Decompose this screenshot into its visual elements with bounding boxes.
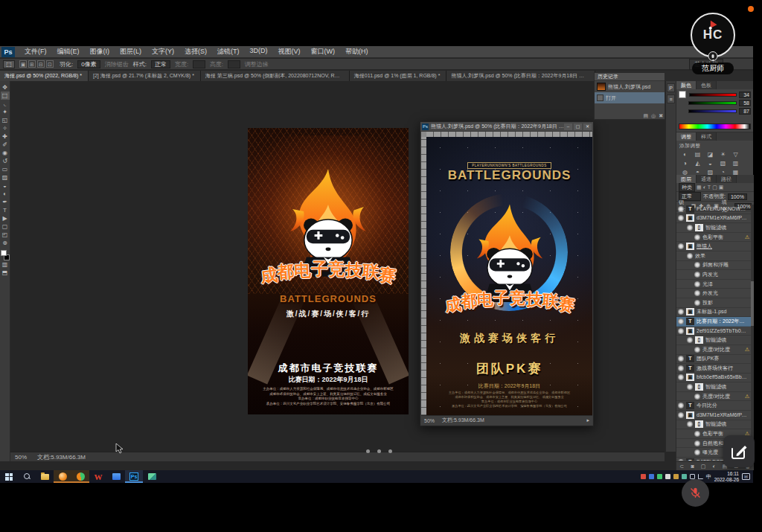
tool-button[interactable]: ◱	[1, 116, 10, 124]
layer-thumbnail[interactable]: T	[686, 365, 694, 372]
refine-edge-button[interactable]: 调整边缘	[245, 60, 269, 68]
layer-name[interactable]: 熊猫人	[697, 243, 747, 250]
layer-name[interactable]: 亮度/对比度	[702, 393, 743, 400]
layer-filter-icon[interactable]: ▦	[697, 185, 702, 190]
tool-button[interactable]: ◉	[1, 149, 10, 157]
scroll-arrow-icon[interactable]: ▸	[586, 417, 589, 423]
tool-button[interactable]: ⬚	[1, 92, 10, 100]
zoom-level[interactable]: 50%	[15, 454, 27, 461]
tool-button[interactable]: ↺	[1, 157, 10, 165]
visibility-toggle[interactable]	[687, 384, 693, 390]
layer-row[interactable]: ▯ 智能滤镜	[676, 382, 751, 392]
visibility-toggle[interactable]	[687, 225, 693, 231]
layer-name[interactable]: 内发光	[702, 271, 747, 278]
red-slider[interactable]	[689, 93, 737, 97]
layer-row[interactable]: T 比赛日期：2022年9月18日 主…	[676, 317, 751, 327]
layer-name[interactable]: 智能滤镜	[705, 383, 747, 391]
layer-row[interactable]: ▯ 智能滤镜	[676, 420, 751, 430]
layer-row[interactable]: 效果	[676, 251, 751, 261]
history-step-row[interactable]: 打开	[595, 92, 665, 103]
adjustment-icon[interactable]: ◒	[704, 159, 717, 168]
layer-name[interactable]: 比赛日期：2022年9月18日 主…	[697, 318, 747, 325]
layer-filter-icon[interactable]: T	[708, 185, 711, 190]
document-tab[interactable]: 熊猫人.刘梦琪.psd @ 50% (比赛日期：2022年9月18日 主办单位……	[446, 71, 595, 81]
layer-row[interactable]: 光泽	[676, 280, 751, 289]
channel-blue[interactable]: 87	[676, 106, 753, 115]
tool-button[interactable]: ▢	[1, 222, 10, 231]
wps-icon[interactable]: W	[89, 470, 107, 483]
panel-tab[interactable]: 色板	[697, 81, 717, 89]
recorder-app-icon[interactable]	[54, 470, 71, 483]
blue-slider[interactable]	[688, 109, 737, 113]
poster-right-document[interactable]: PLAYERUNKNOWN'S BATTLEGROUNDS BATTLEGROU…	[426, 137, 592, 415]
green-slider[interactable]	[688, 101, 737, 105]
tool-button[interactable]: ✧	[1, 124, 10, 132]
channel-red[interactable]: 34	[676, 89, 753, 98]
visibility-toggle[interactable]	[678, 365, 684, 371]
menu-item[interactable]: 图像(I)	[85, 47, 115, 57]
layer-name[interactable]: 效果	[695, 252, 747, 260]
layer-thumbnail[interactable]: T	[686, 205, 694, 213]
layer-row[interactable]: ▣ 熊猫人	[676, 242, 751, 251]
visibility-toggle[interactable]	[694, 431, 700, 437]
visibility-toggle[interactable]	[678, 206, 684, 212]
visibility-toggle[interactable]	[694, 449, 700, 455]
layer-thumbnail[interactable]: T	[686, 458, 694, 461]
style-select[interactable]: 正常	[151, 60, 170, 68]
adjustment-icon[interactable]: ▧	[717, 159, 729, 168]
antialias-checkbox[interactable]: 消除锯齿	[105, 60, 129, 68]
layer-thumbnail[interactable]: T	[686, 355, 694, 362]
layer-name[interactable]: 外发光	[702, 289, 747, 297]
layer-name[interactable]: 未标题-1.psd	[697, 308, 747, 315]
layer-row[interactable]: ▣ 未标题-1.psd	[676, 308, 751, 318]
layer-filter-icon[interactable]: ▢	[712, 185, 717, 190]
menu-item[interactable]: 视图(V)	[273, 47, 306, 57]
tool-button[interactable]: ✐	[1, 141, 10, 149]
layer-row[interactable]: T 今日比分	[676, 401, 751, 411]
menu-item[interactable]: 图层(L)	[115, 47, 147, 57]
history-panel-tab[interactable]: 历史记录	[595, 73, 665, 81]
tool-button[interactable]: ◒	[1, 182, 10, 190]
meeting-app-icon[interactable]	[71, 470, 89, 483]
layers-footer-icon[interactable]: ◙	[691, 464, 694, 469]
panel-tab[interactable]: 通道	[697, 175, 717, 183]
panel-tab[interactable]: 路径	[717, 175, 737, 183]
file-explorer-icon[interactable]	[36, 470, 54, 483]
layer-thumbnail[interactable]: T	[686, 402, 694, 409]
layer-row[interactable]: T 激战赛场侠客行	[676, 364, 751, 374]
document-tab[interactable]: 海报011.psd @ 1% (图层 1, RGB/8) *	[350, 71, 447, 81]
collapsed-panel-icon[interactable]: P	[667, 83, 675, 92]
layer-row[interactable]: ▣ d3M7M1eXRaM6fPAtbS6d...拷	[676, 411, 751, 420]
photoshop-logo[interactable]: Ps	[1, 47, 15, 57]
filter-kind-select[interactable]: 种类	[679, 183, 695, 192]
quick-mask-button[interactable]: ▥	[1, 260, 10, 269]
visibility-toggle[interactable]	[694, 262, 700, 268]
layer-thumbnail[interactable]: ▯	[695, 420, 703, 428]
tool-button[interactable]: ▶	[1, 214, 10, 222]
visibility-toggle[interactable]	[678, 328, 684, 334]
volume-icon[interactable]	[698, 474, 703, 479]
layer-row[interactable]: T PLAYERUNKNOWN'S	[676, 205, 751, 214]
visibility-toggle[interactable]	[678, 215, 684, 221]
layer-name[interactable]: 智能滤镜	[705, 336, 747, 344]
notification-center-icon[interactable]: ✉	[742, 473, 750, 480]
adjustment-icon[interactable]: ◭	[691, 159, 704, 168]
start-button[interactable]	[0, 470, 18, 483]
screen-mode-button[interactable]: ⬒	[1, 269, 10, 277]
document-tab[interactable]: 海报 第三稿.psd @ 50% (倒影副本, 2022080712NOV, R…	[201, 71, 350, 81]
maximize-button[interactable]: ▢	[574, 124, 582, 130]
layer-thumbnail[interactable]: ▣	[686, 327, 694, 335]
layers-scrollbar[interactable]	[751, 205, 754, 461]
minimize-button[interactable]: –	[564, 124, 572, 130]
document-tab[interactable]: [2] 海报.psd @ 21.7% (未标题 2, CMYK/8) *	[89, 71, 201, 81]
panel-tab[interactable]: 图层	[676, 175, 697, 183]
panel-tab[interactable]: 颜色	[676, 81, 697, 89]
layer-name[interactable]: 2ef91lZZe95TbTb0aBd3N...拷	[697, 327, 747, 335]
adjustment-icon[interactable]: ◑	[679, 159, 691, 168]
menu-item[interactable]: 文件(F)	[19, 47, 52, 57]
visibility-toggle[interactable]	[678, 412, 684, 418]
layer-thumbnail[interactable]: ▯	[695, 224, 703, 231]
visibility-toggle[interactable]	[694, 281, 700, 287]
channel-green[interactable]: 58	[676, 98, 753, 106]
visibility-toggle[interactable]	[694, 300, 700, 306]
